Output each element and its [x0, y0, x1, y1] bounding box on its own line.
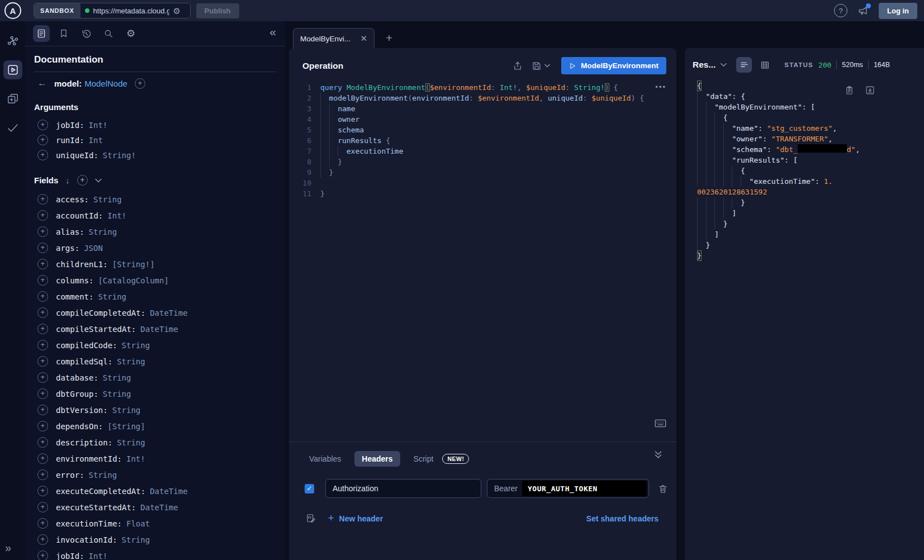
field-type-link[interactable]: String	[103, 390, 131, 398]
field-row[interactable]: +jobId:Int!	[34, 548, 276, 560]
field-row[interactable]: +accountId:Int!	[34, 207, 276, 224]
field-row[interactable]: +args:JSON	[34, 240, 276, 256]
publish-button[interactable]: Publish	[196, 3, 239, 18]
back-arrow-icon[interactable]: ←	[37, 78, 47, 89]
query-editor[interactable]: 1query ModelByEnvironment($environmentId…	[289, 82, 676, 199]
response-json-viewer[interactable]: {"data": {"modelByEnvironment": [{"name"…	[685, 77, 924, 261]
field-row[interactable]: +dbtGroup:String	[34, 386, 276, 402]
field-name[interactable]: compiledSql:	[56, 357, 112, 366]
settings-tab[interactable]: ⚙	[122, 25, 139, 42]
add-to-query-icon[interactable]: +	[37, 372, 48, 383]
add-to-query-icon[interactable]: +	[37, 120, 48, 130]
add-to-query-icon[interactable]: +	[37, 518, 48, 529]
edit-headers-script-icon[interactable]	[306, 513, 316, 524]
field-type-link[interactable]: String!	[103, 151, 136, 160]
field-row[interactable]: +compiledSql:String	[34, 353, 276, 369]
add-all-fields-icon[interactable]: +	[135, 78, 145, 89]
field-row[interactable]: +executeCompletedAt:DateTime	[34, 483, 276, 499]
nav-schema[interactable]	[3, 31, 22, 50]
field-name[interactable]: uniqueId:	[56, 151, 98, 160]
add-fields-icon[interactable]: +	[77, 175, 88, 186]
field-name[interactable]: executionTime:	[56, 519, 122, 528]
field-name[interactable]: access:	[56, 195, 89, 204]
field-row[interactable]: +environmentId:Int!	[34, 450, 276, 467]
add-to-query-icon[interactable]: +	[37, 437, 48, 448]
field-name[interactable]: dependsOn:	[56, 422, 103, 431]
new-tab-button[interactable]: +	[386, 31, 392, 45]
field-name[interactable]: jobId:	[56, 121, 84, 130]
field-type-link[interactable]: String	[122, 341, 150, 350]
run-operation-button[interactable]: ModelByEnvironment	[561, 57, 666, 74]
field-row[interactable]: +dependsOn:[String]	[34, 418, 276, 434]
add-to-query-icon[interactable]: +	[37, 291, 48, 302]
field-type-link[interactable]: Float	[126, 519, 150, 528]
field-name[interactable]: accountId:	[56, 211, 103, 220]
share-icon[interactable]	[513, 60, 523, 72]
field-row[interactable]: +comment:String	[34, 288, 276, 305]
field-type-link[interactable]: String	[93, 195, 122, 204]
field-row[interactable]: +compiledCode:String	[34, 337, 276, 353]
breadcrumb-type-link[interactable]: ModelNode	[84, 79, 127, 88]
keyboard-shortcuts-button[interactable]	[655, 419, 666, 428]
field-name[interactable]: database:	[56, 373, 98, 382]
add-to-query-icon[interactable]: +	[37, 324, 48, 334]
field-type-link[interactable]: String	[89, 471, 117, 480]
field-type-link[interactable]: Int!	[89, 552, 108, 560]
save-dropdown-chevron-icon[interactable]	[544, 64, 550, 68]
field-type-link[interactable]: String	[117, 357, 145, 366]
field-name[interactable]: comment:	[56, 292, 93, 301]
operation-tab[interactable]: ModelByEnvi... ✕	[293, 28, 375, 49]
add-to-query-icon[interactable]: +	[37, 502, 48, 512]
add-to-query-icon[interactable]: +	[37, 135, 48, 145]
login-button[interactable]: Log in	[879, 3, 917, 19]
endpoint-settings-icon[interactable]: ⚙	[173, 7, 181, 15]
add-to-query-icon[interactable]: +	[37, 421, 48, 431]
field-row[interactable]: +compileCompletedAt:DateTime	[34, 305, 276, 321]
field-row[interactable]: +executeStartedAt:DateTime	[34, 499, 276, 515]
header-value-input[interactable]: Bearer YOUR_AUTH_TOKEN	[487, 479, 649, 498]
field-type-link[interactable]: DateTime	[140, 503, 178, 512]
more-options-button[interactable]: •••	[655, 83, 666, 91]
chevron-down-icon[interactable]	[95, 178, 102, 183]
field-name[interactable]: args:	[56, 244, 79, 253]
field-name[interactable]: executeCompletedAt:	[56, 487, 145, 496]
help-icon[interactable]: ?	[834, 4, 847, 17]
add-to-query-icon[interactable]: +	[37, 243, 48, 253]
tab-variables[interactable]: Variables	[309, 454, 341, 463]
nav-explorer[interactable]	[3, 60, 22, 79]
add-to-query-icon[interactable]: +	[37, 486, 48, 496]
add-to-query-icon[interactable]: +	[37, 210, 48, 221]
collapse-request-section-button[interactable]	[655, 451, 662, 459]
field-type-link[interactable]: JSON	[84, 244, 103, 253]
add-to-query-icon[interactable]: +	[37, 194, 48, 205]
field-row[interactable]: +compileStartedAt:DateTime	[34, 321, 276, 337]
field-row[interactable]: +invocationId:String	[34, 531, 276, 548]
nav-operation-collections[interactable]	[3, 89, 22, 108]
field-type-link[interactable]: String	[103, 373, 131, 382]
nav-checks[interactable]	[3, 118, 22, 137]
field-type-link[interactable]: Int!	[107, 211, 126, 220]
field-row[interactable]: +access:String	[34, 191, 276, 207]
documentation-tab[interactable]	[33, 25, 50, 42]
field-name[interactable]: executeStartedAt:	[56, 503, 136, 512]
add-to-query-icon[interactable]: +	[37, 405, 48, 415]
save-group[interactable]	[532, 61, 550, 71]
field-name[interactable]: error:	[56, 471, 84, 480]
table-view-toggle[interactable]	[757, 57, 773, 73]
field-row[interactable]: +error:String	[34, 467, 276, 483]
response-dropdown-chevron-icon[interactable]	[721, 63, 727, 67]
delete-header-button[interactable]	[658, 483, 668, 494]
field-row[interactable]: +childrenL1:[String!]	[34, 256, 276, 272]
field-row[interactable]: +database:String	[34, 369, 276, 386]
json-view-toggle[interactable]	[736, 57, 752, 73]
field-type-link[interactable]: DateTime	[150, 309, 187, 317]
field-type-link[interactable]: [String]	[107, 422, 145, 431]
field-row[interactable]: +alias:String	[34, 224, 276, 240]
endpoint-url-box[interactable]: https://metadata.cloud.get ⚙	[80, 3, 190, 18]
field-name[interactable]: jobId:	[56, 552, 84, 560]
save-icon[interactable]	[532, 61, 542, 71]
field-type-link[interactable]: [CatalogColumn]	[98, 276, 168, 285]
field-row[interactable]: +executionTime:Float	[34, 515, 276, 531]
set-shared-headers-link[interactable]: Set shared headers	[586, 514, 658, 523]
field-type-link[interactable]: [String!]	[112, 260, 155, 269]
